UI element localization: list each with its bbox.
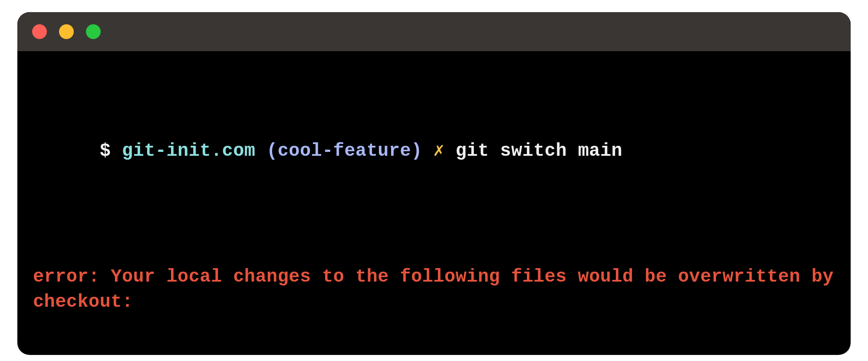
error-line: error: Your local changes to the followi… <box>33 265 835 315</box>
branch-open: ( <box>266 141 278 161</box>
maximize-icon[interactable] <box>86 24 101 39</box>
dirty-marker-icon: ✗ <box>434 141 445 161</box>
prompt-line: $ git-init.com (cool-feature) ✗ git swit… <box>33 114 835 189</box>
terminal-body[interactable]: $ git-init.com (cool-feature) ✗ git swit… <box>17 51 851 355</box>
close-icon[interactable] <box>32 24 47 39</box>
branch-close: ) <box>411 141 422 161</box>
prompt-symbol: $ <box>100 141 111 161</box>
terminal-window: $ git-init.com (cool-feature) ✗ git swit… <box>17 12 851 355</box>
command-text: git switch main <box>456 141 622 161</box>
minimize-icon[interactable] <box>59 24 74 39</box>
window-titlebar <box>17 12 851 51</box>
prompt-branch: cool-feature <box>278 141 411 161</box>
prompt-host: git-init.com <box>122 141 256 161</box>
